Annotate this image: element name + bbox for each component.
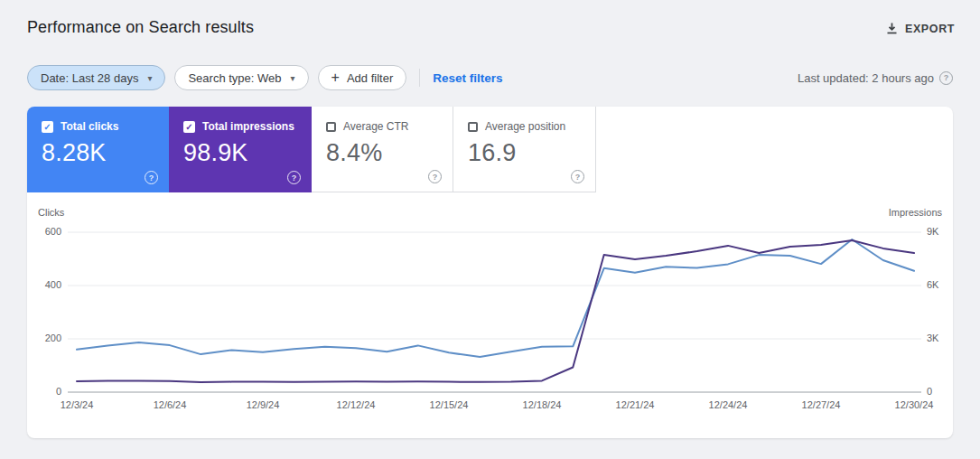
search-type-label: Search type: Web [188, 71, 281, 85]
y-axis-tick-label: 0 [27, 386, 61, 397]
export-label: EXPORT [905, 23, 955, 35]
filter-bar: Date: Last 28 days ▾ Search type: Web ▾ … [27, 65, 953, 90]
checkbox-checked-icon[interactable]: ✓ [183, 121, 195, 133]
x-axis-tick-label: 12/6/24 [154, 399, 187, 410]
metric-card-average-ctr[interactable]: Average CTR 8.4% ? [312, 107, 453, 192]
date-filter-label: Date: Last 28 days [41, 71, 138, 85]
y-axis-tick-label: 9K [927, 226, 961, 237]
y-axis-tick-label: 600 [27, 226, 61, 237]
y-axis-tick-label: 400 [27, 279, 61, 290]
help-icon[interactable]: ? [571, 170, 584, 183]
chart-plot[interactable]: Clicks Impressions 6004002000 9K6K3K0 12… [27, 192, 953, 438]
help-icon[interactable]: ? [145, 171, 158, 184]
y-axis-tick-label: 3K [927, 333, 961, 343]
x-axis-tick-label: 12/24/24 [709, 399, 748, 410]
x-axis-tick-label: 12/3/24 [61, 399, 94, 410]
chevron-down-icon: ▾ [291, 73, 295, 83]
y-axis-tick-label: 0 [927, 386, 961, 397]
clicks-line[interactable] [77, 239, 914, 357]
metric-value: 8.28K [42, 139, 107, 167]
metric-card-total-impressions[interactable]: ✓ Total impressions 98.9K ? [169, 107, 312, 192]
x-axis-tick-label: 12/15/24 [430, 399, 469, 410]
chevron-down-icon: ▾ [147, 73, 152, 83]
last-updated-text: Last updated: 2 hours ago [798, 71, 934, 85]
performance-panel: ✓ Total clicks 8.28K ? ✓ Total impressio… [27, 107, 953, 438]
add-filter-chip[interactable]: + Add filter [318, 65, 407, 90]
metric-label: Total clicks [61, 120, 118, 133]
x-axis-tick-label: 12/18/24 [523, 399, 562, 410]
metric-value: 8.4% [326, 139, 382, 167]
help-icon[interactable]: ? [287, 171, 301, 184]
download-icon [885, 22, 899, 35]
x-axis-tick-label: 12/30/24 [895, 399, 934, 410]
checkbox-unchecked-icon[interactable] [326, 122, 336, 132]
metric-card-total-clicks[interactable]: ✓ Total clicks 8.28K ? [27, 107, 169, 192]
x-axis-tick-label: 12/9/24 [247, 399, 280, 410]
y-axis-tick-label: 6K [927, 279, 961, 290]
metric-value: 16.9 [468, 139, 516, 167]
metric-label: Average CTR [343, 120, 408, 133]
metric-label: Total impressions [202, 120, 294, 133]
metric-label: Average position [485, 120, 565, 133]
impressions-line[interactable] [77, 240, 914, 382]
reset-filters-link[interactable]: Reset filters [433, 71, 502, 85]
add-filter-label: Add filter [347, 71, 393, 85]
page-title: Performance on Search results [27, 18, 254, 37]
plus-icon: + [331, 70, 340, 86]
x-axis-tick-label: 12/27/24 [802, 399, 841, 410]
search-type-filter-chip[interactable]: Search type: Web ▾ [174, 65, 308, 90]
help-icon[interactable]: ? [428, 170, 442, 183]
x-axis-tick-label: 12/21/24 [616, 399, 655, 410]
checkbox-checked-icon[interactable]: ✓ [42, 121, 53, 133]
metric-value: 98.9K [183, 139, 248, 167]
y-axis-tick-label: 200 [27, 333, 61, 343]
x-axis-tick-label: 12/12/24 [337, 399, 376, 410]
export-button[interactable]: EXPORT [880, 18, 960, 39]
date-filter-chip[interactable]: Date: Last 28 days ▾ [27, 65, 165, 90]
metric-card-average-position[interactable]: Average position 16.9 ? [453, 107, 596, 192]
checkbox-unchecked-icon[interactable] [468, 122, 478, 132]
last-updated: Last updated: 2 hours ago ? [798, 71, 953, 85]
filter-divider [419, 69, 420, 87]
help-icon[interactable]: ? [939, 71, 953, 85]
